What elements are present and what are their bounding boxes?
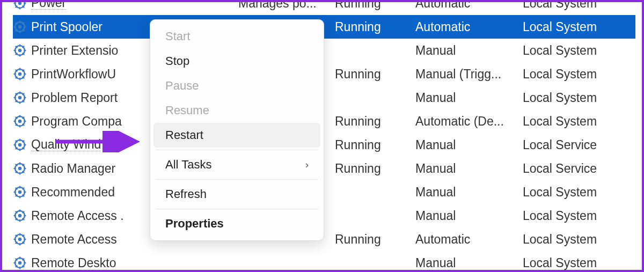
gear-icon	[13, 0, 27, 10]
menu-separator	[156, 150, 318, 150]
menu-separator	[156, 209, 318, 209]
gear-icon	[13, 43, 27, 57]
gear-icon	[13, 20, 27, 34]
svg-point-59	[18, 120, 22, 123]
service-status: Running	[335, 67, 415, 82]
service-startup-type: Manual	[415, 209, 523, 223]
service-logon-as: Local System	[523, 185, 630, 200]
menu-properties[interactable]: Properties	[150, 211, 324, 236]
svg-point-49	[18, 96, 22, 100]
svg-point-79	[18, 167, 22, 171]
service-logon-as: Local System	[523, 91, 630, 105]
service-description: Manages po...	[238, 0, 335, 11]
chevron-right-icon: ›	[305, 159, 309, 171]
service-row[interactable]: Power Manages po... Running Automatic Lo…	[13, 0, 635, 15]
service-row[interactable]: Quality Wind Running Manual Local Servic…	[13, 133, 635, 157]
menu-all-tasks[interactable]: All Tasks ›	[150, 152, 324, 177]
service-name: Print Spooler	[31, 20, 103, 34]
service-name: Quality Wind	[31, 138, 101, 151]
service-row[interactable]: Remote Deskto Manual Local System	[13, 251, 635, 272]
service-row[interactable]: PrintWorkflowU .. Running Manual (Trigg.…	[13, 62, 635, 86]
service-startup-type: Automatic	[415, 0, 523, 11]
service-logon-as: Local System	[523, 114, 630, 129]
service-startup-type: Automatic	[415, 20, 523, 34]
svg-point-9	[18, 2, 22, 5]
service-startup-type: Manual	[415, 256, 523, 270]
menu-pause[interactable]: Pause	[150, 73, 324, 98]
service-startup-type: Manual	[415, 185, 523, 200]
service-startup-type: Automatic	[415, 232, 523, 247]
svg-point-69	[18, 143, 22, 147]
service-logon-as: Local System	[523, 209, 630, 223]
menu-refresh[interactable]: Refresh	[150, 182, 324, 207]
svg-point-99	[18, 214, 22, 218]
svg-point-29	[18, 49, 22, 53]
service-name: Problem Report	[31, 91, 118, 105]
service-name: Radio Manager	[31, 161, 115, 176]
service-row[interactable]: Print Spooler Running Automatic Local Sy…	[13, 15, 635, 39]
service-status: Running	[335, 114, 415, 129]
service-row[interactable]: Radio Manager Running Manual Local Servi…	[13, 157, 635, 180]
gear-icon	[13, 185, 27, 199]
service-logon-as: Local System	[523, 0, 630, 11]
service-status: Running	[335, 138, 415, 152]
service-logon-as: Local System	[523, 67, 630, 82]
menu-restart[interactable]: Restart	[153, 123, 320, 148]
service-startup-type: Manual	[415, 43, 523, 58]
service-startup-type: Manual	[415, 161, 523, 176]
service-startup-type: Manual (Trigg...	[415, 67, 523, 82]
gear-icon	[13, 67, 27, 81]
gear-icon	[13, 209, 27, 223]
service-name: Power	[31, 0, 66, 10]
service-logon-as: Local Service	[523, 161, 630, 176]
service-name: Remote Deskto	[31, 256, 116, 270]
service-logon-as: Local Service	[523, 138, 630, 152]
svg-point-109	[18, 238, 22, 241]
menu-resume[interactable]: Resume	[150, 98, 324, 123]
service-name: Recommended	[31, 185, 115, 200]
gear-icon	[13, 232, 27, 246]
service-name: Printer Extensio	[31, 43, 118, 58]
svg-point-39	[18, 72, 22, 76]
service-logon-as: Local System	[523, 20, 630, 34]
service-status: Running	[335, 161, 415, 176]
service-status: Running	[335, 0, 415, 11]
service-logon-as: Local System	[523, 232, 630, 247]
gear-icon	[13, 256, 27, 270]
svg-point-89	[18, 190, 22, 194]
gear-icon	[13, 91, 27, 105]
service-row[interactable]: Recommended Manual Local System	[13, 180, 635, 204]
menu-separator	[156, 179, 318, 180]
service-row[interactable]: Remote Access Running Automatic Local Sy…	[13, 227, 635, 251]
gear-icon	[13, 161, 27, 175]
service-logon-as: Local System	[523, 43, 630, 58]
service-row[interactable]: Problem Report Manual Local System	[13, 86, 635, 109]
service-row[interactable]: Program Compa Running Automatic (De... L…	[13, 109, 635, 133]
service-name: Remote Access .	[31, 209, 124, 223]
menu-all-tasks-label: All Tasks	[165, 158, 211, 172]
service-name: Program Compa	[31, 114, 122, 129]
menu-stop[interactable]: Stop	[150, 49, 324, 73]
svg-line-5	[16, 0, 17, 1]
svg-line-8	[23, 0, 24, 1]
service-startup-type: Manual	[415, 138, 523, 152]
svg-point-19	[18, 25, 22, 29]
service-name: PrintWorkflowU	[31, 67, 116, 82]
service-row[interactable]: Remote Access . Manual Local System	[13, 204, 635, 227]
menu-start[interactable]: Start	[150, 24, 324, 49]
service-logon-as: Local System	[523, 256, 630, 270]
gear-icon	[13, 138, 27, 152]
context-menu: Start Stop Pause Resume Restart All Task…	[150, 19, 324, 241]
service-startup-type: Manual	[415, 91, 523, 105]
service-name: Remote Access	[31, 232, 117, 247]
service-status: Running	[335, 232, 415, 247]
svg-point-119	[18, 261, 22, 265]
service-startup-type: Automatic (De...	[415, 114, 523, 129]
service-row[interactable]: Printer Extensio Manual Local System	[13, 39, 635, 62]
gear-icon	[13, 114, 27, 128]
service-status: Running	[335, 20, 415, 34]
